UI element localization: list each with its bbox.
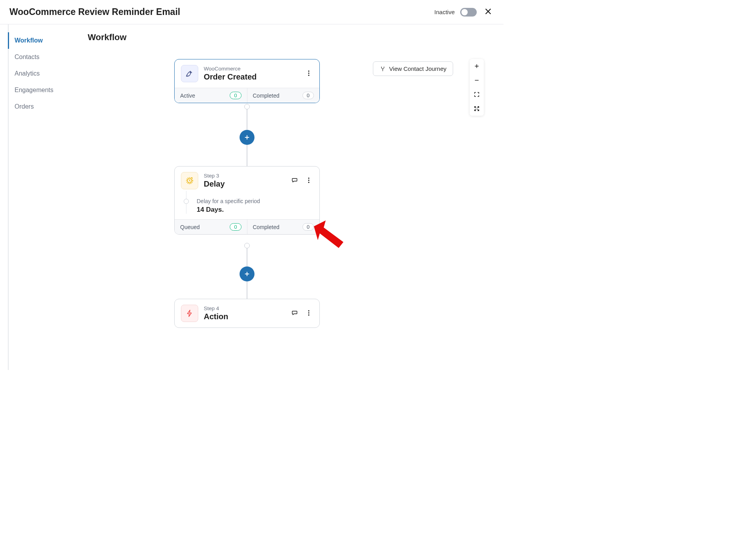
workflow-canvas[interactable]: View Contact Journey <box>88 47 492 370</box>
node-menu-button[interactable] <box>304 69 313 79</box>
node-subtitle: WooCommerce <box>204 66 257 72</box>
zoom-in-button[interactable] <box>470 59 484 73</box>
svg-point-8 <box>308 182 309 183</box>
node-title: Delay <box>204 179 225 189</box>
node-comment-button[interactable] <box>290 309 299 318</box>
svg-point-1 <box>308 70 309 71</box>
add-step-button[interactable] <box>240 130 254 145</box>
clock-icon <box>181 172 198 189</box>
bolt-icon <box>181 305 198 322</box>
stat-label: Completed <box>253 92 280 99</box>
close-button[interactable] <box>482 6 494 18</box>
svg-point-2 <box>308 72 309 73</box>
sidebar: Workflow Contacts Analytics Engagements … <box>8 24 77 370</box>
svg-point-3 <box>308 75 309 76</box>
plus-icon <box>474 63 480 69</box>
sidebar-item-contacts[interactable]: Contacts <box>8 49 77 65</box>
plus-icon <box>243 134 251 141</box>
svg-point-6 <box>308 178 309 178</box>
close-icon <box>484 7 492 16</box>
stat-label: Completed <box>253 224 280 230</box>
comment-icon <box>291 177 298 184</box>
status-toggle[interactable] <box>460 8 477 17</box>
stat-value: 0 <box>230 223 241 231</box>
expand-icon <box>474 105 480 112</box>
zoom-out-button[interactable] <box>470 73 484 87</box>
view-contact-journey-button[interactable]: View Contact Journey <box>373 61 453 76</box>
stat-label: Queued <box>180 224 200 230</box>
status-label: Inactive <box>434 9 455 15</box>
connector-dot <box>244 104 250 109</box>
add-step-button[interactable] <box>240 266 254 281</box>
fit-button[interactable] <box>470 87 484 102</box>
node-subtitle: Step 4 <box>204 305 228 311</box>
sidebar-item-orders[interactable]: Orders <box>8 98 77 115</box>
node-action[interactable]: Step 4 Action <box>174 299 320 328</box>
fullscreen-button[interactable] <box>470 102 484 116</box>
node-trigger[interactable]: WooCommerce Order Created Active 0 <box>174 59 320 103</box>
branch-icon <box>380 66 386 72</box>
node-subtitle: Step 3 <box>204 173 225 179</box>
rocket-icon <box>181 65 198 82</box>
page-title: WooCommerce Review Reminder Email <box>9 7 180 17</box>
timeline-dot <box>184 199 189 204</box>
node-menu-button[interactable] <box>304 309 313 318</box>
node-title: Action <box>204 312 228 321</box>
minus-icon <box>474 77 480 83</box>
node-title: Order Created <box>204 72 257 81</box>
header: WooCommerce Review Reminder Email Inacti… <box>0 0 503 24</box>
connector-dot <box>244 243 250 248</box>
sidebar-item-analytics[interactable]: Analytics <box>8 65 77 82</box>
stat-value: 0 <box>230 92 241 99</box>
svg-point-9 <box>308 310 309 311</box>
node-delay[interactable]: Step 3 Delay Delay for <box>174 166 320 235</box>
comment-icon <box>291 309 298 316</box>
node-comment-button[interactable] <box>290 176 299 186</box>
svg-point-7 <box>308 179 309 180</box>
more-vertical-icon <box>305 309 312 316</box>
sidebar-item-workflow[interactable]: Workflow <box>8 32 77 49</box>
node-menu-button[interactable] <box>304 176 313 186</box>
stat-value: 0 <box>302 223 314 231</box>
delay-value: 14 Days. <box>197 206 313 214</box>
svg-point-11 <box>308 314 309 315</box>
stat-value: 0 <box>302 92 314 99</box>
more-vertical-icon <box>305 70 312 77</box>
zoom-controls <box>470 59 484 116</box>
section-title: Workflow <box>88 32 492 43</box>
plus-icon <box>243 270 251 278</box>
fit-icon <box>474 91 480 98</box>
svg-point-10 <box>308 312 309 313</box>
sidebar-item-engagements[interactable]: Engagements <box>8 82 77 98</box>
more-vertical-icon <box>305 177 312 184</box>
stat-label: Active <box>180 92 195 99</box>
delay-label: Delay for a specific period <box>197 198 313 204</box>
